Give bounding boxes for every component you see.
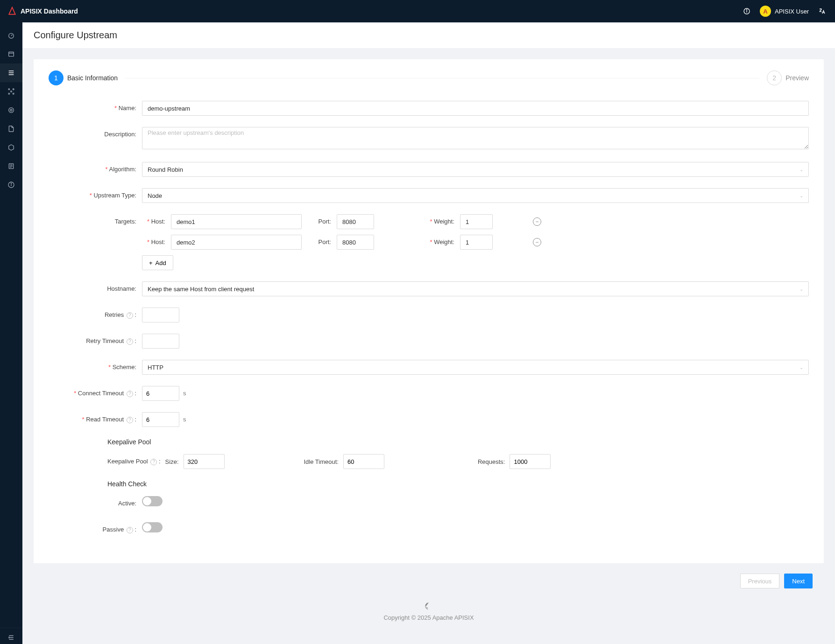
user-name[interactable]: APISIX User <box>775 8 809 15</box>
help-icon[interactable]: ? <box>127 312 133 319</box>
add-target-button[interactable]: + Add <box>142 255 173 270</box>
algorithm-select[interactable]: Round Robin ⌄ <box>142 162 809 177</box>
help-icon[interactable]: ? <box>127 391 133 397</box>
sidebar-item-proto[interactable] <box>0 157 22 175</box>
keepalive-size-input[interactable] <box>184 454 225 469</box>
target-weight-input[interactable] <box>460 235 493 250</box>
label-algorithm: Algorithm: <box>49 162 142 177</box>
svg-point-3 <box>9 33 14 38</box>
label-port: Port: <box>308 235 334 250</box>
scheme-value: HTTP <box>148 364 163 371</box>
target-port-input[interactable] <box>337 214 374 229</box>
page-footer: Copyright © 2025 Apache APISIX <box>34 593 824 635</box>
section-keepalive: Keepalive Pool <box>107 438 809 446</box>
step-2-label: Preview <box>785 74 809 82</box>
app-title: APISIX Dashboard <box>21 7 78 15</box>
scheme-select[interactable]: HTTP ⌄ <box>142 360 809 375</box>
sidebar-item-route[interactable] <box>0 45 22 63</box>
remove-target-icon[interactable]: − <box>533 217 541 226</box>
label-read-timeout: Read Timeout ? : <box>49 412 142 427</box>
health-passive-switch[interactable] <box>142 522 163 532</box>
label-description: Description: <box>49 127 142 142</box>
sidebar-item-ssl[interactable] <box>0 119 22 138</box>
retry-timeout-input[interactable] <box>142 334 179 349</box>
sidebar-item-plugin[interactable] <box>0 138 22 157</box>
label-retries: Retries ? : <box>49 308 142 322</box>
label-host: Host: <box>142 235 168 250</box>
target-host-input[interactable] <box>171 214 302 229</box>
brand: APISIX Dashboard <box>7 7 78 16</box>
retries-input[interactable] <box>142 308 179 322</box>
label-name: Name: <box>49 101 142 116</box>
health-active-switch[interactable] <box>142 496 163 506</box>
help-icon[interactable]: ? <box>127 417 133 423</box>
svg-point-6 <box>8 89 10 90</box>
label-connect-timeout: Connect Timeout ? : <box>49 386 142 401</box>
target-weight-input[interactable] <box>460 214 493 229</box>
target-host-input[interactable] <box>171 235 302 250</box>
target-port-input[interactable] <box>337 235 374 250</box>
step-1-label: Basic Information <box>67 74 118 82</box>
github-icon[interactable] <box>34 602 824 611</box>
svg-point-2 <box>746 9 747 10</box>
help-icon[interactable]: ? <box>150 459 157 465</box>
info-icon[interactable] <box>741 6 752 17</box>
label-port: Port: <box>308 214 334 229</box>
algorithm-value: Round Robin <box>148 166 183 173</box>
connect-timeout-input[interactable] <box>142 386 179 401</box>
upstream-type-value: Node <box>148 192 162 199</box>
label-host: Host: <box>142 214 168 229</box>
svg-point-9 <box>13 93 14 94</box>
sidebar-item-consumer[interactable] <box>0 101 22 119</box>
sidebar <box>0 22 22 644</box>
plus-icon: + <box>149 259 153 266</box>
label-size: Size: <box>165 458 179 465</box>
previous-button[interactable]: Previous <box>740 574 780 588</box>
avatar[interactable]: A <box>760 6 771 17</box>
sidebar-collapse-icon[interactable] <box>0 628 22 644</box>
help-icon[interactable]: ? <box>127 527 133 533</box>
sidebar-item-upstream[interactable] <box>0 63 22 82</box>
language-icon[interactable] <box>816 6 828 17</box>
label-hostname: Hostname: <box>49 281 142 296</box>
chevron-down-icon: ⌄ <box>800 193 803 198</box>
next-button[interactable]: Next <box>784 574 813 588</box>
remove-target-icon[interactable]: − <box>533 238 541 246</box>
read-timeout-input[interactable] <box>142 412 179 427</box>
label-upstream-type: Upstream Type: <box>49 188 142 203</box>
upstream-type-select[interactable]: Node ⌄ <box>142 188 809 203</box>
hostname-select[interactable]: Keep the same Host from client request ⌄ <box>142 281 809 296</box>
page-title: Configure Upstream <box>22 22 835 48</box>
step-basic-info: 1 Basic Information <box>49 70 118 85</box>
label-weight: Weight: <box>426 214 457 229</box>
unit-seconds: s <box>183 412 186 427</box>
help-icon[interactable]: ? <box>127 338 133 345</box>
step-preview: 2 Preview <box>767 70 809 85</box>
sidebar-item-info[interactable] <box>0 175 22 194</box>
svg-rect-4 <box>9 52 14 56</box>
chevron-down-icon: ⌄ <box>800 365 803 370</box>
svg-point-10 <box>10 109 12 111</box>
keepalive-idle-input[interactable] <box>343 454 384 469</box>
name-input[interactable] <box>142 101 809 116</box>
unit-seconds: s <box>183 386 186 401</box>
svg-point-7 <box>13 89 14 90</box>
apisix-logo-icon <box>7 7 17 16</box>
target-row: Host: Port: Weight: − <box>142 235 809 250</box>
label-retry-timeout: Retry Timeout ? : <box>49 334 142 349</box>
description-textarea[interactable] <box>142 127 809 149</box>
target-row: Host: Port: Weight: − <box>142 214 809 229</box>
label-targets: Targets: <box>49 214 142 229</box>
step-1-number: 1 <box>49 70 64 85</box>
form-card: 1 Basic Information 2 Preview Name: <box>34 59 824 563</box>
label-health-active: Active: <box>49 496 142 511</box>
sidebar-item-dashboard[interactable] <box>0 26 22 45</box>
topbar: APISIX Dashboard A APISIX User <box>0 0 835 22</box>
sidebar-item-service[interactable] <box>0 82 22 101</box>
keepalive-requests-input[interactable] <box>509 454 551 469</box>
svg-point-15 <box>11 183 11 183</box>
step-2-number: 2 <box>767 70 782 85</box>
chevron-down-icon: ⌄ <box>800 287 803 292</box>
hostname-value: Keep the same Host from client request <box>148 286 254 293</box>
label-requests: Requests: <box>478 458 505 465</box>
